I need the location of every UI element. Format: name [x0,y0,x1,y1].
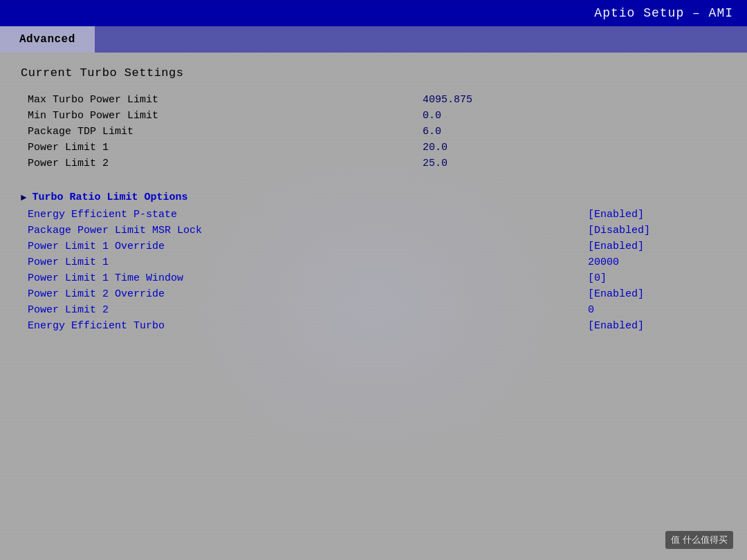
setting-value: 4095.875 [409,92,726,108]
header-bar: Aptio Setup – AMI [0,0,747,26]
setting-value: 20.0 [409,140,726,156]
watermark: 值 什么值得买 [665,531,733,549]
divider [21,177,726,188]
interactive-label: Power Limit 2 [21,304,109,316]
interactive-value: [Enabled] [588,209,726,221]
interactive-label: Power Limit 2 Override [21,288,165,300]
interactive-label: Package Power Limit MSR Lock [21,225,202,236]
setting-label: Package TDP Limit [21,124,409,140]
setting-label: Power Limit 2 [21,156,409,171]
setting-label: Min Turbo Power Limit [21,108,409,124]
interactive-value: [Enabled] [588,241,726,252]
interactive-label: Power Limit 1 Time Window [21,272,183,284]
interactive-label: Energy Efficient P-state [21,209,177,221]
app-title: Aptio Setup – AMI [594,6,733,20]
section-title: Current Turbo Settings [21,66,726,80]
interactive-setting-row[interactable]: Package Power Limit MSR Lock [Disabled] [21,223,726,239]
interactive-setting-row[interactable]: Power Limit 2 0 [21,302,726,318]
main-content: Current Turbo Settings Max Turbo Power L… [0,53,747,560]
arrow-right-icon: ► [21,192,26,203]
submenu-label: Turbo Ratio Limit Options [32,192,187,203]
interactive-setting-row[interactable]: Energy Efficient P-state [Enabled] [21,207,726,223]
tab-advanced[interactable]: Advanced [0,26,95,53]
interactive-settings-list: Energy Efficient P-state [Enabled] Packa… [21,207,726,334]
table-row: Power Limit 1 20.0 [21,140,726,156]
interactive-setting-row[interactable]: Power Limit 1 Time Window [0] [21,270,726,286]
interactive-setting-row[interactable]: Power Limit 1 20000 [21,254,726,270]
setting-value: 0.0 [409,108,726,124]
interactive-value: 20000 [588,256,726,268]
setting-value: 25.0 [409,156,726,171]
interactive-setting-row[interactable]: Power Limit 1 Override [Enabled] [21,239,726,254]
interactive-value: [Enabled] [588,288,726,300]
interactive-label: Power Limit 1 Override [21,241,165,252]
interactive-label: Power Limit 1 [21,256,109,268]
static-settings-table: Max Turbo Power Limit 4095.875 Min Turbo… [21,92,726,171]
interactive-value: 0 [588,304,726,316]
table-row: Power Limit 2 25.0 [21,156,726,171]
interactive-value: [0] [588,272,726,284]
setting-value: 6.0 [409,124,726,140]
setting-label: Power Limit 1 [21,140,409,156]
interactive-label: Energy Efficient Turbo [21,320,165,332]
table-row: Package TDP Limit 6.0 [21,124,726,140]
table-row: Min Turbo Power Limit 0.0 [21,108,726,124]
submenu-row[interactable]: ► Turbo Ratio Limit Options [21,188,726,207]
interactive-setting-row[interactable]: Power Limit 2 Override [Enabled] [21,286,726,302]
interactive-value: [Enabled] [588,320,726,332]
setting-label: Max Turbo Power Limit [21,92,409,108]
interactive-value: [Disabled] [588,225,726,236]
tab-bar: Advanced [0,26,747,53]
interactive-setting-row[interactable]: Energy Efficient Turbo [Enabled] [21,318,726,334]
table-row: Max Turbo Power Limit 4095.875 [21,92,726,108]
